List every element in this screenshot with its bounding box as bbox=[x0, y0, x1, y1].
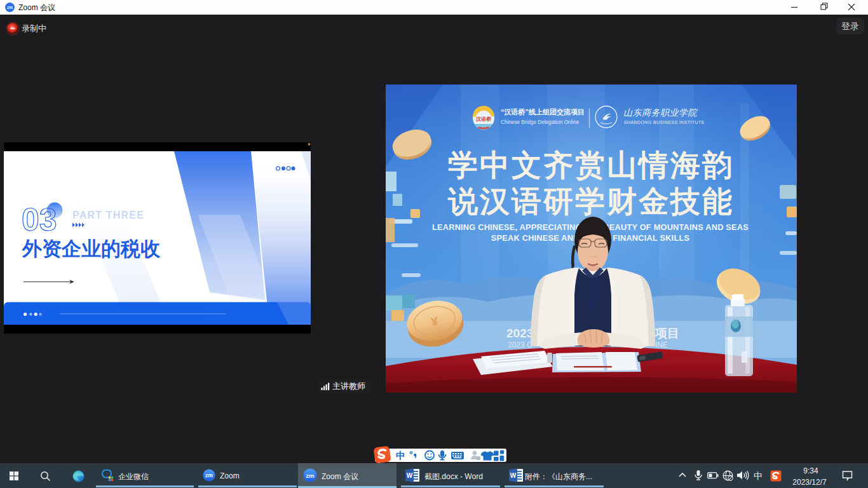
svg-text:u: u bbox=[477, 456, 479, 460]
svg-text:“汉语桥”线上组团交流项目: “汉语桥”线上组团交流项目 bbox=[501, 108, 585, 116]
svg-text:zm: zm bbox=[205, 472, 213, 478]
svg-text:汉语桥: 汉语桥 bbox=[475, 116, 492, 122]
svg-text:PART THREE: PART THREE bbox=[72, 210, 144, 220]
svg-text:中: 中 bbox=[396, 450, 405, 461]
svg-text:山东商务职业学院: 山东商务职业学院 bbox=[623, 107, 698, 118]
svg-text:项目: 项目 bbox=[654, 327, 679, 340]
svg-text:zm: zm bbox=[306, 472, 314, 479]
svg-text:SHANDONG BUSINESS INSTITUTE: SHANDONG BUSINESS INSTITUTE bbox=[624, 120, 705, 125]
svg-text:W: W bbox=[407, 472, 413, 479]
svg-text:说汉语研学财金技能: 说汉语研学财金技能 bbox=[447, 184, 734, 218]
svg-text:INE: INE bbox=[655, 341, 668, 349]
svg-text:外资企业的税收: 外资企业的税收 bbox=[22, 238, 161, 260]
svg-text:学中文齐赏山情海韵: 学中文齐赏山情海韵 bbox=[448, 148, 734, 182]
svg-text:2023: 2023 bbox=[506, 327, 533, 340]
svg-text:W: W bbox=[510, 472, 517, 479]
svg-text:Chinese Bridge Delegation Onli: Chinese Bridge Delegation Online bbox=[501, 119, 580, 125]
svg-text:zm: zm bbox=[7, 5, 13, 10]
svg-text:03: 03 bbox=[22, 202, 57, 238]
svg-text:2023 C: 2023 C bbox=[508, 341, 532, 349]
